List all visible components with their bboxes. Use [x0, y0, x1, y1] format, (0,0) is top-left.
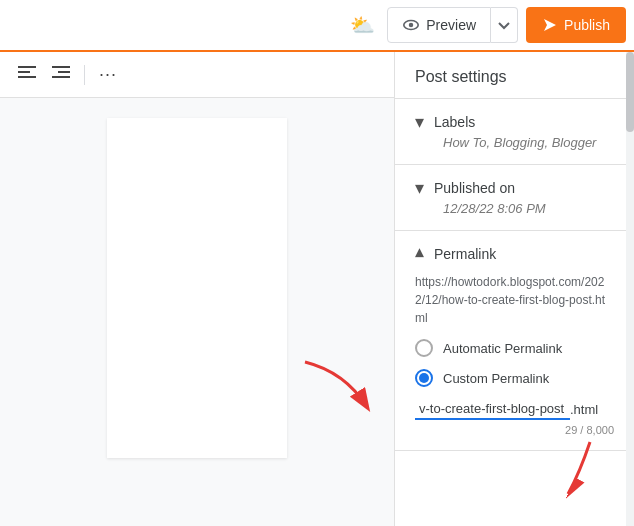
permalink-section: ▾ Permalink https://howtodork.blogspot.c…: [395, 231, 634, 451]
align-right-icon: [52, 65, 70, 81]
labels-section: ▾ Labels How To, Blogging, Blogger: [395, 99, 634, 165]
svg-point-1: [409, 23, 414, 28]
published-on-toggle[interactable]: ▾ Published on: [415, 179, 614, 197]
custom-permalink-input[interactable]: [415, 399, 570, 420]
custom-permalink-label: Custom Permalink: [443, 371, 549, 386]
preview-dropdown-button[interactable]: [491, 7, 518, 43]
svg-rect-7: [58, 71, 70, 73]
sidebar-header: Post settings: [395, 52, 634, 99]
post-settings-sidebar: Post settings ▾ Labels How To, Blogging,…: [394, 52, 634, 526]
published-on-section: ▾ Published on 12/28/22 8:06 PM: [395, 165, 634, 231]
custom-permalink-input-wrap: .html: [415, 399, 614, 420]
editor-panel: ···: [0, 52, 394, 526]
svg-marker-2: [544, 19, 556, 31]
permalink-url: https://howtodork.blogspot.com/2022/12/h…: [415, 273, 614, 327]
preview-button[interactable]: Preview: [387, 7, 491, 43]
svg-rect-4: [18, 71, 30, 73]
toolbar: ⛅ Preview Publish: [0, 0, 634, 52]
svg-rect-8: [52, 76, 70, 78]
automatic-permalink-label: Automatic Permalink: [443, 341, 562, 356]
cloud-save-icon: ⛅: [350, 13, 375, 37]
scrollbar-thumb[interactable]: [626, 52, 634, 132]
publish-button[interactable]: Publish: [526, 7, 626, 43]
svg-rect-6: [52, 66, 70, 68]
svg-rect-3: [18, 66, 36, 68]
publish-label: Publish: [564, 17, 610, 33]
preview-label: Preview: [426, 17, 476, 33]
published-on-title: Published on: [434, 180, 515, 196]
toolbar-divider: [84, 65, 85, 85]
more-options-button[interactable]: ···: [93, 60, 123, 89]
scrollbar-track[interactable]: [626, 52, 634, 526]
custom-permalink-option[interactable]: Custom Permalink: [415, 369, 614, 387]
align-left-icon: [18, 65, 36, 81]
char-count: 29 / 8,000: [415, 424, 614, 436]
published-on-value: 12/28/22 8:06 PM: [443, 201, 614, 216]
labels-toggle[interactable]: ▾ Labels: [415, 113, 614, 131]
custom-permalink-radio[interactable]: [415, 369, 433, 387]
labels-title: Labels: [434, 114, 475, 130]
main-area: ··· Post settings ▾ Labels How To, Blogg…: [0, 52, 634, 526]
chevron-down-labels-icon: ▾: [415, 113, 424, 131]
editor-toolbar: ···: [0, 52, 394, 98]
labels-value: How To, Blogging, Blogger: [443, 135, 614, 150]
page-preview-mock: [107, 118, 287, 458]
automatic-permalink-radio[interactable]: [415, 339, 433, 357]
chevron-down-icon: [497, 18, 511, 32]
svg-rect-5: [18, 76, 36, 78]
editor-content: [0, 98, 394, 526]
send-icon: [542, 17, 558, 33]
chevron-down-published-icon: ▾: [415, 179, 424, 197]
permalink-title: Permalink: [434, 246, 496, 262]
eye-icon: [402, 16, 420, 34]
permalink-toggle[interactable]: ▾ Permalink: [415, 245, 614, 263]
automatic-permalink-option[interactable]: Automatic Permalink: [415, 339, 614, 357]
permalink-suffix: .html: [570, 402, 598, 417]
align-right-button[interactable]: [46, 61, 76, 89]
align-left-button[interactable]: [12, 61, 42, 89]
chevron-up-permalink-icon: ▾: [415, 245, 424, 263]
